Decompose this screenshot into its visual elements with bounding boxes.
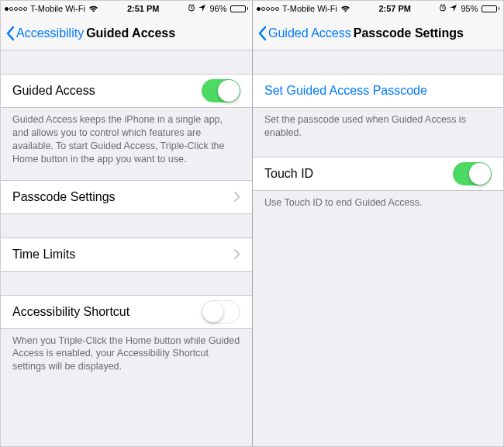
nav-bar: Accessibility Guided Access [1,16,252,50]
time-limits-label: Time Limits [12,248,234,262]
accessibility-shortcut-label: Accessibility Shortcut [12,305,202,319]
set-passcode-footer: Set the passcode used when Guided Access… [253,108,503,146]
wifi-icon [88,5,98,12]
back-button[interactable]: Accessibility [1,26,84,41]
screen-guided-access: T-Mobile Wi-Fi 2:51 PM 96% Accessibility [1,1,252,446]
set-passcode-row[interactable]: Set Guided Access Passcode [253,74,503,108]
guided-access-footer: Guided Access keeps the iPhone in a sing… [1,108,252,172]
signal-dots-icon [5,7,27,11]
time-limits-row[interactable]: Time Limits [1,237,252,272]
nav-bar: Guided Access Passcode Settings [253,16,503,50]
guided-access-toggle[interactable] [202,79,240,102]
set-passcode-label: Set Guided Access Passcode [264,84,492,98]
touch-id-toggle[interactable] [453,162,492,185]
chevron-right-icon [234,249,240,259]
back-label: Accessibility [16,26,84,40]
carrier-label: T-Mobile Wi-Fi [30,4,85,13]
clock-label: 2:57 PM [378,4,411,13]
back-label: Guided Access [268,26,351,40]
battery-icon [230,5,249,12]
passcode-settings-label: Passcode Settings [12,190,234,204]
wifi-icon [340,5,350,12]
accessibility-shortcut-row: Accessibility Shortcut [1,295,252,329]
screen-passcode-settings: T-Mobile Wi-Fi 2:57 PM 95% Guided Access [252,1,503,446]
guided-access-label: Guided Access [12,84,202,98]
page-title: Guided Access [86,26,175,40]
content-scroll[interactable]: Set Guided Access Passcode Set the passc… [253,50,503,446]
status-bar: T-Mobile Wi-Fi 2:51 PM 96% [1,1,252,16]
touch-id-footer: Use Touch ID to end Guided Access. [253,191,503,216]
content-scroll[interactable]: Guided Access Guided Access keeps the iP… [1,50,252,446]
location-icon [198,4,206,13]
battery-pct-label: 96% [209,4,226,13]
alarm-icon [439,4,447,13]
chevron-right-icon [234,192,240,202]
clock-label: 2:51 PM [127,4,160,13]
status-bar: T-Mobile Wi-Fi 2:57 PM 95% [253,1,503,16]
accessibility-shortcut-footer: When you Triple-Click the Home button wh… [1,329,252,380]
location-icon [450,4,457,13]
passcode-settings-row[interactable]: Passcode Settings [1,180,252,214]
accessibility-shortcut-toggle[interactable] [202,300,240,324]
battery-pct-label: 95% [461,4,478,13]
chevron-left-icon [257,26,267,41]
chevron-left-icon [5,26,15,41]
page-title: Passcode Settings [354,26,464,40]
signal-dots-icon [257,7,279,11]
alarm-icon [188,4,195,13]
touch-id-row: Touch ID [253,157,503,191]
guided-access-row: Guided Access [1,74,252,108]
carrier-label: T-Mobile Wi-Fi [282,4,337,13]
back-button[interactable]: Guided Access [253,26,351,41]
touch-id-label: Touch ID [264,167,453,181]
battery-icon [482,5,500,12]
